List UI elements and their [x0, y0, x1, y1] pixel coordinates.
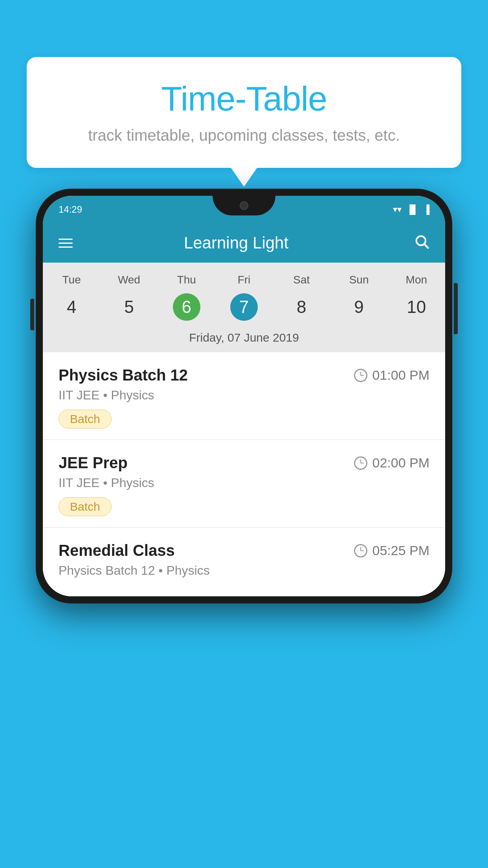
camera-dot [240, 201, 248, 210]
day-label-thu: Thu [158, 270, 215, 289]
schedule-item-1-badge: Batch [59, 410, 112, 428]
day-label-fri: Fri [215, 270, 273, 289]
day-numbers: 4 5 6 7 8 9 10 [43, 289, 445, 327]
schedule-item-1-header: Physics Batch 12 01:00 PM [59, 366, 429, 384]
status-time: 14:29 [59, 204, 82, 215]
speech-bubble: Time-Table track timetable, upcoming cla… [27, 57, 461, 168]
wifi-icon: ▾▾ [393, 204, 402, 215]
day-label-wed: Wed [100, 270, 158, 289]
schedule-item-3-subtitle: Physics Batch 12 • Physics [59, 563, 429, 578]
selected-date-label: Friday, 07 June 2019 [43, 327, 445, 352]
signal-icon: ▐▌ [406, 204, 418, 215]
app-bar: Learning Light [43, 223, 445, 263]
status-bar: 14:29 ▾▾ ▐▌ ▐ [43, 196, 445, 223]
schedule-item-2[interactable]: JEE Prep 02:00 PM IIT JEE • Physics Batc… [43, 440, 445, 528]
calendar-header: Tue Wed Thu Fri Sat Sun Mon 4 5 6 7 8 9 … [43, 263, 445, 352]
status-icons: ▾▾ ▐▌ ▐ [393, 204, 429, 215]
calendar-day-4[interactable]: 4 [58, 293, 85, 321]
notch-cutout [213, 196, 275, 215]
schedule-list: Physics Batch 12 01:00 PM IIT JEE • Phys… [43, 352, 445, 596]
phone-outer: 14:29 ▾▾ ▐▌ ▐ Learning Light [36, 189, 452, 603]
schedule-item-2-time-label: 02:00 PM [372, 455, 429, 471]
menu-button[interactable] [59, 239, 73, 248]
schedule-item-1-time-label: 01:00 PM [372, 368, 429, 383]
speech-bubble-subtitle: track timetable, upcoming classes, tests… [50, 127, 438, 144]
day-label-sat: Sat [273, 270, 330, 289]
schedule-item-2-header: JEE Prep 02:00 PM [59, 454, 429, 472]
schedule-item-2-time: 02:00 PM [354, 455, 429, 471]
calendar-day-6[interactable]: 6 [173, 293, 200, 321]
calendar-day-7[interactable]: 7 [230, 293, 258, 321]
clock-icon-2 [354, 456, 367, 470]
day-label-tue: Tue [43, 270, 100, 289]
svg-line-1 [425, 244, 428, 248]
app-title: Learning Light [73, 234, 400, 252]
day-label-sun: Sun [330, 270, 387, 289]
schedule-item-3-title: Remedial Class [59, 542, 175, 559]
phone-container: 14:29 ▾▾ ▐▌ ▐ Learning Light [36, 189, 452, 603]
phone-inner: 14:29 ▾▾ ▐▌ ▐ Learning Light [43, 196, 445, 596]
battery-icon: ▐ [423, 204, 429, 215]
schedule-item-1-title: Physics Batch 12 [59, 366, 188, 384]
schedule-item-3-header: Remedial Class 05:25 PM [59, 542, 429, 559]
search-button[interactable] [414, 234, 429, 253]
schedule-item-2-badge: Batch [59, 497, 112, 516]
schedule-item-1-subtitle: IIT JEE • Physics [59, 388, 429, 403]
calendar-day-8[interactable]: 8 [288, 293, 315, 321]
schedule-item-2-subtitle: IIT JEE • Physics [59, 476, 429, 490]
clock-icon-3 [354, 544, 367, 557]
calendar-day-9[interactable]: 9 [345, 293, 373, 321]
schedule-item-3-time: 05:25 PM [354, 543, 429, 558]
day-label-mon: Mon [388, 270, 445, 289]
schedule-item-3[interactable]: Remedial Class 05:25 PM Physics Batch 12… [43, 528, 445, 596]
speech-bubble-container: Time-Table track timetable, upcoming cla… [27, 57, 461, 168]
schedule-item-1-time: 01:00 PM [354, 368, 429, 383]
schedule-item-2-title: JEE Prep [59, 454, 128, 472]
day-labels: Tue Wed Thu Fri Sat Sun Mon [43, 270, 445, 289]
clock-icon-1 [354, 369, 367, 382]
calendar-day-5[interactable]: 5 [115, 293, 143, 321]
speech-bubble-title: Time-Table [50, 79, 438, 119]
schedule-item-3-time-label: 05:25 PM [372, 543, 429, 558]
schedule-item-1[interactable]: Physics Batch 12 01:00 PM IIT JEE • Phys… [43, 352, 445, 440]
calendar-day-10[interactable]: 10 [403, 293, 430, 321]
